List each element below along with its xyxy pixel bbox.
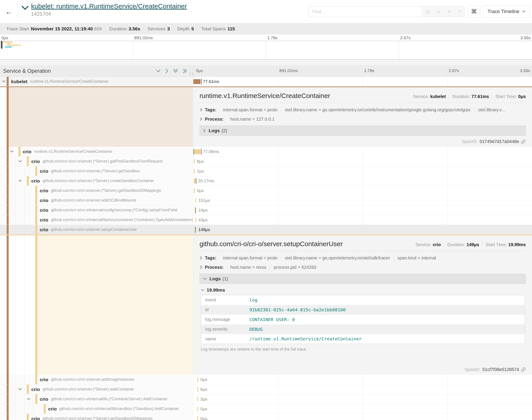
chevron-down-icon — [203, 277, 207, 280]
span-timeline-cell[interactable]: 8μs — [193, 157, 532, 166]
tag-item: internal.span.format = proto — [219, 255, 281, 261]
span-duration-bar[interactable] — [197, 406, 198, 411]
keyboard-shortcuts-button[interactable]: ⌘ — [468, 5, 480, 18]
span-row[interactable]: crio github.com/cri-o/cri-o/internal/con… — [0, 205, 532, 215]
log-entry-toggle[interactable]: 19.99ms — [201, 287, 526, 293]
span-service: crio — [31, 387, 40, 392]
tag-item: otel.library.name = go.opentelemetry.io/… — [281, 107, 474, 112]
span-row[interactable]: crio github.com/cri-o/cri-o/server.addOC… — [0, 195, 532, 205]
span-expand-chevron-icon[interactable] — [18, 179, 22, 183]
process-toggle[interactable]: Process: host.name = 127.0.0.1 — [200, 114, 526, 124]
link-icon[interactable] — [521, 367, 526, 372]
trace-collapse-chevron-icon[interactable] — [21, 5, 29, 11]
span-expand-chevron-icon[interactable] — [2, 80, 6, 84]
span-operation: github.com/cri-o/cri-o/server.addOCIBind… — [51, 198, 136, 203]
span-duration-bar[interactable] — [194, 159, 195, 164]
span-duration-bar[interactable] — [193, 79, 201, 84]
link-icon[interactable] — [521, 139, 526, 144]
span-row[interactable]: crio github.com/cri-o/cri-o/server.(*Ser… — [0, 186, 532, 195]
span-timeline-cell[interactable]: 77.08ms — [193, 147, 532, 156]
find-input[interactable] — [309, 6, 422, 17]
span-timeline-cell[interactable]: 0μs — [193, 186, 532, 195]
span-timeline-cell[interactable]: 43μs — [193, 215, 532, 225]
log-field-row: id92b82381-025c-4a64-815c-ba2e1bb08100 — [201, 305, 525, 315]
log-field-row: log.messageCONTAINER USER: 0 — [201, 315, 525, 324]
span-row[interactable]: crio github.com/cri-o/cri-o/server.(*Ser… — [0, 157, 532, 166]
chevron-right-icon — [203, 129, 206, 133]
trace-services: Services3 — [144, 26, 173, 32]
span-duration-bar[interactable] — [194, 149, 201, 154]
span-timeline-cell[interactable]: 151μs — [193, 195, 532, 205]
span-timeline-cell[interactable]: 3μs — [193, 394, 532, 404]
span-service: crio — [40, 217, 48, 223]
span-color-bar — [35, 186, 37, 195]
span-duration-bar[interactable] — [197, 397, 198, 402]
span-timeline-cell[interactable]: 20.17ms — [193, 176, 532, 186]
span-row[interactable]: kubelet runtime.v1.RuntimeService/Create… — [0, 77, 532, 87]
chevron-down-icon[interactable]: ∨ — [447, 9, 451, 15]
span-expand-chevron-icon[interactable] — [18, 160, 22, 164]
detail-duration: Duration: 149μs — [444, 242, 482, 247]
span-row[interactable]: crio github.com/cri-o/cri-o/server.setup… — [0, 225, 532, 235]
span-expand-chevron-icon[interactable] — [18, 388, 22, 392]
span-row[interactable]: crio github.com/cri-o/cri-o/server.(*Ser… — [0, 414, 532, 420]
span-row[interactable]: crio github.com/cri-o/cri-o/internal/lib… — [0, 404, 532, 414]
span-operation: runtime.v1.RuntimeService/CreateContaine… — [34, 149, 112, 154]
minimap-drag-handle[interactable] — [1, 41, 2, 48]
trace-summary-bar: Trace Start November 15 2022, 11:19:40.8… — [0, 23, 532, 35]
span-duration-bar[interactable] — [197, 387, 198, 392]
log-field-row: eventlog — [201, 295, 525, 305]
back-button[interactable]: ← — [0, 0, 18, 23]
view-selector-button[interactable]: Trace Timeline — [483, 5, 530, 18]
expand-one-icon[interactable] — [165, 69, 169, 73]
tags-toggle[interactable]: Tags: internal.span.format = proto otel.… — [200, 253, 526, 263]
span-row[interactable]: crio github.com/cri-o/cri-o/server.(*Ser… — [0, 176, 532, 186]
span-row[interactable]: crio github.com/cri-o/cri-o/server.addIm… — [0, 375, 532, 385]
span-timeline-cell[interactable]: 6μs — [193, 385, 532, 394]
collapse-one-icon[interactable] — [156, 69, 161, 73]
span-color-bar — [35, 375, 37, 384]
span-expand-chevron-icon[interactable] — [27, 397, 31, 401]
span-service: kubelet — [11, 79, 28, 84]
span-duration-bar[interactable] — [195, 218, 196, 223]
span-timeline-cell[interactable]: 77.61ms — [193, 77, 532, 86]
span-timeline-cell[interactable]: 149μs — [193, 225, 532, 234]
chevron-right-icon — [200, 256, 203, 260]
span-duration-bar[interactable] — [194, 179, 196, 183]
process-toggle[interactable]: Process: host.name = nixos process.pid =… — [200, 263, 526, 272]
log-note: Log timestamps are relative to the start… — [201, 347, 526, 352]
logs-toggle[interactable]: Logs (1) — [200, 274, 526, 284]
close-icon[interactable]: × — [458, 9, 461, 15]
span-timeline-cell[interactable]: 24μs — [193, 205, 532, 215]
span-duration-bar[interactable] — [197, 377, 198, 382]
span-timeline-cell[interactable]: 0μs — [193, 414, 532, 420]
span-operation: github.com/cri-o/cri-o/internal/config/s… — [51, 208, 177, 212]
span-duration-bar[interactable] — [197, 416, 198, 420]
logs-toggle[interactable]: Logs (2) — [200, 125, 526, 136]
tags-toggle[interactable]: Tags: internal.span.format = proto otel.… — [200, 105, 526, 114]
span-timeline-cell[interactable]: 0μs — [193, 404, 532, 414]
span-duration-bar[interactable] — [194, 169, 195, 174]
chevron-up-icon[interactable]: ∧ — [437, 9, 440, 15]
collapse-all-icon[interactable] — [173, 69, 178, 73]
span-duration-bar[interactable] — [195, 198, 196, 203]
span-duration-label: 0μs — [200, 416, 207, 420]
trace-duration: Duration3.56s — [106, 26, 144, 32]
span-row[interactable]: crio github.com/cri-o/cri-o/server.(*Ser… — [0, 385, 532, 394]
span-row[interactable]: crio github.com/cri-o/cri-o/server.(*Ser… — [0, 166, 532, 176]
span-row[interactable]: crio runtime.v1.RuntimeService/CreateCon… — [0, 147, 532, 157]
span-duration-label: 77.61ms — [203, 79, 219, 84]
span-duration-label: 0μs — [200, 406, 207, 411]
trace-title[interactable]: kubelet: runtime.v1.RuntimeService/Creat… — [31, 2, 187, 10]
tag-item: otel.library.v… — [474, 107, 510, 112]
span-duration-bar[interactable] — [194, 188, 195, 193]
locate-icon[interactable]: ◎ — [425, 9, 430, 15]
span-timeline-cell[interactable]: 0μs — [193, 375, 532, 384]
span-row[interactable]: crio github.com/cri-o/cri-o/internal/fac… — [0, 215, 532, 225]
span-timeline-cell[interactable]: 1μs — [193, 166, 532, 176]
span-row[interactable]: crio github.com/cri-o/cri-o/internal/lib… — [0, 394, 532, 404]
minimap-canvas[interactable] — [0, 41, 532, 60]
span-expand-chevron-icon[interactable] — [10, 150, 14, 154]
column-resizer[interactable] — [190, 72, 193, 76]
expand-all-icon[interactable] — [182, 69, 187, 73]
